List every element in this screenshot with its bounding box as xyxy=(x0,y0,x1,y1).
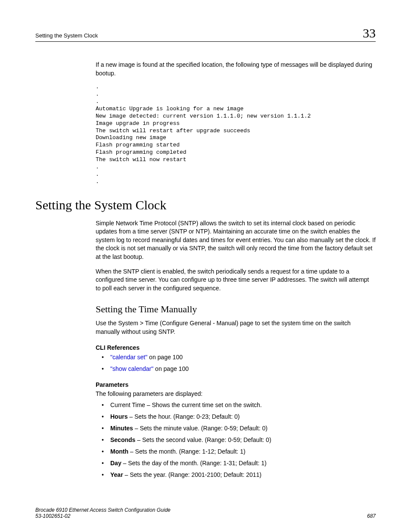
param-name: Seconds xyxy=(110,436,135,443)
param-name: Day xyxy=(110,460,121,467)
param-text: – Sets the year. (Range: 2001-2100; Defa… xyxy=(123,471,262,478)
section-paragraph-1: Simple Network Time Protocol (SNTP) allo… xyxy=(96,219,376,261)
page-footer: Brocade 6910 Ethernet Access Switch Conf… xyxy=(35,507,376,519)
cross-ref-suffix: on page 100 xyxy=(153,365,189,372)
chapter-number: 33 xyxy=(363,26,376,40)
cli-references-list: "calendar set" on page 100 "show calenda… xyxy=(102,353,376,373)
code-block: . . . Automatic Upgrade is looking for a… xyxy=(96,84,376,185)
list-item: Month – Sets the month. (Range: 1-12; De… xyxy=(102,447,376,456)
list-item: Current Time – Shows the current time se… xyxy=(102,401,376,410)
param-text: – Sets the second value. (Range: 0-59; D… xyxy=(135,436,271,443)
param-name: Minutes xyxy=(110,425,133,432)
section-paragraph-2: When the SNTP client is enabled, the swi… xyxy=(96,268,376,293)
list-item: Hours – Sets the hour. (Range: 0-23; Def… xyxy=(102,412,376,421)
cli-references-heading: CLI References xyxy=(96,344,376,351)
param-text: Current Time – Shows the current time se… xyxy=(110,401,262,408)
param-name: Hours xyxy=(110,413,128,420)
list-item: Day – Sets the day of the month. (Range:… xyxy=(102,459,376,468)
header-title: Setting the System Clock xyxy=(35,32,98,39)
list-item: Seconds – Sets the second value. (Range:… xyxy=(102,436,376,445)
list-item: "show calendar" on page 100 xyxy=(102,364,376,373)
list-item: Minutes – Sets the minute value. (Range:… xyxy=(102,424,376,433)
param-text: – Sets the day of the month. (Range: 1-3… xyxy=(121,460,267,467)
subsection-paragraph: Use the System > Time (Configure General… xyxy=(96,319,376,336)
param-text: – Sets the month. (Range: 1-12; Default:… xyxy=(128,448,246,455)
list-item: "calendar set" on page 100 xyxy=(102,353,376,362)
parameters-list: Current Time – Shows the current time se… xyxy=(102,401,376,479)
cross-ref-link[interactable]: "calendar set" xyxy=(110,354,147,361)
footer-left: Brocade 6910 Ethernet Access Switch Conf… xyxy=(35,507,171,519)
param-name: Month xyxy=(110,448,128,455)
page-header: Setting the System Clock 33 xyxy=(35,26,376,42)
param-text: – Sets the minute value. (Range: 0-59; D… xyxy=(133,425,268,432)
page-number: 687 xyxy=(367,513,376,519)
list-item: Year – Sets the year. (Range: 2001-2100;… xyxy=(102,470,376,479)
param-name: Year xyxy=(110,471,123,478)
footer-doc-title: Brocade 6910 Ethernet Access Switch Conf… xyxy=(35,507,171,513)
subsection-heading: Setting the Time Manually xyxy=(96,304,376,315)
intro-paragraph: If a new image is found at the specified… xyxy=(96,61,376,78)
parameters-heading: Parameters xyxy=(96,381,376,388)
parameters-intro: The following parameters are displayed: xyxy=(96,390,376,398)
section-heading: Setting the System Clock xyxy=(35,198,376,212)
cross-ref-suffix: on page 100 xyxy=(147,354,183,361)
param-text: – Sets the hour. (Range: 0-23; Default: … xyxy=(128,413,240,420)
footer-doc-id: 53-1002651-02 xyxy=(35,513,171,519)
cross-ref-link[interactable]: "show calendar" xyxy=(110,365,153,372)
